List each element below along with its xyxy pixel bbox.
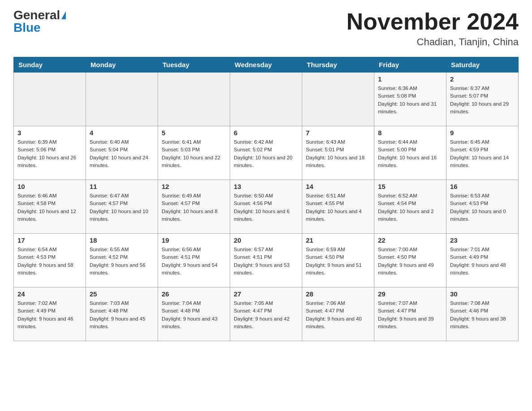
calendar-cell: 13Sunrise: 6:50 AMSunset: 4:56 PMDayligh… <box>230 180 302 234</box>
calendar-cell: 1Sunrise: 6:36 AMSunset: 5:08 PMDaylight… <box>374 73 446 126</box>
weekday-header-row: SundayMondayTuesdayWednesdayThursdayFrid… <box>14 57 519 73</box>
calendar-cell <box>302 73 374 126</box>
day-number: 1 <box>378 75 442 83</box>
logo-triangle-icon <box>61 11 66 19</box>
day-info: Sunrise: 6:42 AMSunset: 5:02 PMDaylight:… <box>234 138 298 169</box>
day-number: 23 <box>450 236 515 244</box>
day-number: 22 <box>378 236 442 244</box>
day-number: 20 <box>234 236 298 244</box>
day-info: Sunrise: 6:45 AMSunset: 4:59 PMDaylight:… <box>450 138 515 169</box>
day-info: Sunrise: 7:08 AMSunset: 4:46 PMDaylight:… <box>450 300 515 330</box>
week-row-1: 1Sunrise: 6:36 AMSunset: 5:08 PMDaylight… <box>14 73 519 126</box>
day-info: Sunrise: 6:47 AMSunset: 4:57 PMDaylight:… <box>90 192 154 223</box>
day-number: 7 <box>306 129 370 137</box>
weekday-header-saturday: Saturday <box>446 57 519 73</box>
day-info: Sunrise: 6:56 AMSunset: 4:51 PMDaylight:… <box>162 246 226 277</box>
calendar-cell: 27Sunrise: 7:05 AMSunset: 4:47 PMDayligh… <box>230 287 302 341</box>
day-info: Sunrise: 7:07 AMSunset: 4:47 PMDaylight:… <box>378 300 442 330</box>
day-info: Sunrise: 6:52 AMSunset: 4:54 PMDaylight:… <box>378 192 442 223</box>
day-number: 10 <box>17 183 82 190</box>
day-number: 5 <box>162 129 226 137</box>
calendar-cell: 4Sunrise: 6:40 AMSunset: 5:04 PMDaylight… <box>86 126 158 180</box>
weekday-header-monday: Monday <box>86 57 158 73</box>
logo: General Blue <box>13 9 66 34</box>
calendar-cell: 29Sunrise: 7:07 AMSunset: 4:47 PMDayligh… <box>374 287 446 341</box>
calendar-cell: 7Sunrise: 6:43 AMSunset: 5:01 PMDaylight… <box>302 126 374 180</box>
calendar-cell: 30Sunrise: 7:08 AMSunset: 4:46 PMDayligh… <box>446 287 519 341</box>
day-number: 11 <box>90 183 154 190</box>
day-number: 12 <box>162 183 226 190</box>
calendar-cell: 26Sunrise: 7:04 AMSunset: 4:48 PMDayligh… <box>158 287 230 341</box>
day-number: 28 <box>306 290 370 298</box>
calendar-cell: 23Sunrise: 7:01 AMSunset: 4:49 PMDayligh… <box>446 234 519 287</box>
day-number: 18 <box>90 236 154 244</box>
calendar-cell: 8Sunrise: 6:44 AMSunset: 5:00 PMDaylight… <box>374 126 446 180</box>
header: General Blue November 2024 Chadian, Tian… <box>13 9 519 48</box>
day-info: Sunrise: 6:57 AMSunset: 4:51 PMDaylight:… <box>234 246 298 277</box>
day-number: 26 <box>162 290 226 298</box>
calendar-cell: 6Sunrise: 6:42 AMSunset: 5:02 PMDaylight… <box>230 126 302 180</box>
day-number: 25 <box>90 290 154 298</box>
calendar-cell: 11Sunrise: 6:47 AMSunset: 4:57 PMDayligh… <box>86 180 158 234</box>
day-info: Sunrise: 6:39 AMSunset: 5:06 PMDaylight:… <box>17 138 82 169</box>
calendar-table: SundayMondayTuesdayWednesdayThursdayFrid… <box>13 57 519 341</box>
day-number: 14 <box>306 183 370 190</box>
day-info: Sunrise: 6:46 AMSunset: 4:58 PMDaylight:… <box>17 192 82 223</box>
day-number: 15 <box>378 183 442 190</box>
day-number: 24 <box>17 290 82 298</box>
day-info: Sunrise: 7:04 AMSunset: 4:48 PMDaylight:… <box>162 300 226 330</box>
week-row-2: 3Sunrise: 6:39 AMSunset: 5:06 PMDaylight… <box>14 126 519 180</box>
calendar-cell: 28Sunrise: 7:06 AMSunset: 4:47 PMDayligh… <box>302 287 374 341</box>
calendar-cell: 18Sunrise: 6:55 AMSunset: 4:52 PMDayligh… <box>86 234 158 287</box>
calendar-cell: 19Sunrise: 6:56 AMSunset: 4:51 PMDayligh… <box>158 234 230 287</box>
day-info: Sunrise: 7:02 AMSunset: 4:49 PMDaylight:… <box>17 300 82 330</box>
day-number: 4 <box>90 129 154 137</box>
weekday-header-friday: Friday <box>374 57 446 73</box>
day-info: Sunrise: 7:05 AMSunset: 4:47 PMDaylight:… <box>234 300 298 330</box>
day-info: Sunrise: 6:40 AMSunset: 5:04 PMDaylight:… <box>90 138 154 169</box>
day-number: 2 <box>450 75 515 83</box>
month-title: November 2024 <box>347 9 519 34</box>
day-number: 30 <box>450 290 515 298</box>
day-info: Sunrise: 6:59 AMSunset: 4:50 PMDaylight:… <box>306 246 370 277</box>
day-info: Sunrise: 7:01 AMSunset: 4:49 PMDaylight:… <box>450 246 515 277</box>
day-info: Sunrise: 6:54 AMSunset: 4:53 PMDaylight:… <box>17 246 82 277</box>
weekday-header-tuesday: Tuesday <box>158 57 230 73</box>
calendar-cell: 21Sunrise: 6:59 AMSunset: 4:50 PMDayligh… <box>302 234 374 287</box>
calendar-cell: 20Sunrise: 6:57 AMSunset: 4:51 PMDayligh… <box>230 234 302 287</box>
day-number: 9 <box>450 129 515 137</box>
calendar-cell <box>14 73 86 126</box>
day-number: 8 <box>378 129 442 137</box>
title-area: November 2024 Chadian, Tianjin, China <box>347 9 519 48</box>
calendar-cell: 10Sunrise: 6:46 AMSunset: 4:58 PMDayligh… <box>14 180 86 234</box>
week-row-4: 17Sunrise: 6:54 AMSunset: 4:53 PMDayligh… <box>14 234 519 287</box>
calendar-cell <box>86 73 158 126</box>
week-row-5: 24Sunrise: 7:02 AMSunset: 4:49 PMDayligh… <box>14 287 519 341</box>
calendar-cell: 3Sunrise: 6:39 AMSunset: 5:06 PMDaylight… <box>14 126 86 180</box>
day-info: Sunrise: 6:43 AMSunset: 5:01 PMDaylight:… <box>306 138 370 169</box>
calendar-cell <box>158 73 230 126</box>
day-info: Sunrise: 6:50 AMSunset: 4:56 PMDaylight:… <box>234 192 298 223</box>
week-row-3: 10Sunrise: 6:46 AMSunset: 4:58 PMDayligh… <box>14 180 519 234</box>
logo-general-text: General <box>13 9 60 21</box>
day-number: 16 <box>450 183 515 190</box>
calendar-cell: 5Sunrise: 6:41 AMSunset: 5:03 PMDaylight… <box>158 126 230 180</box>
day-info: Sunrise: 7:00 AMSunset: 4:50 PMDaylight:… <box>378 246 442 277</box>
location-title: Chadian, Tianjin, China <box>347 36 519 48</box>
day-info: Sunrise: 6:37 AMSunset: 5:07 PMDaylight:… <box>450 85 515 116</box>
weekday-header-wednesday: Wednesday <box>230 57 302 73</box>
calendar-cell: 25Sunrise: 7:03 AMSunset: 4:48 PMDayligh… <box>86 287 158 341</box>
day-number: 21 <box>306 236 370 244</box>
day-info: Sunrise: 6:44 AMSunset: 5:00 PMDaylight:… <box>378 138 442 169</box>
calendar-cell: 14Sunrise: 6:51 AMSunset: 4:55 PMDayligh… <box>302 180 374 234</box>
day-number: 13 <box>234 183 298 190</box>
day-number: 27 <box>234 290 298 298</box>
day-info: Sunrise: 6:49 AMSunset: 4:57 PMDaylight:… <box>162 192 226 223</box>
calendar-cell: 22Sunrise: 7:00 AMSunset: 4:50 PMDayligh… <box>374 234 446 287</box>
day-info: Sunrise: 7:06 AMSunset: 4:47 PMDaylight:… <box>306 300 370 330</box>
day-number: 17 <box>17 236 82 244</box>
day-number: 29 <box>378 290 442 298</box>
day-info: Sunrise: 6:36 AMSunset: 5:08 PMDaylight:… <box>378 85 442 116</box>
day-info: Sunrise: 6:41 AMSunset: 5:03 PMDaylight:… <box>162 138 226 169</box>
day-info: Sunrise: 7:03 AMSunset: 4:48 PMDaylight:… <box>90 300 154 330</box>
